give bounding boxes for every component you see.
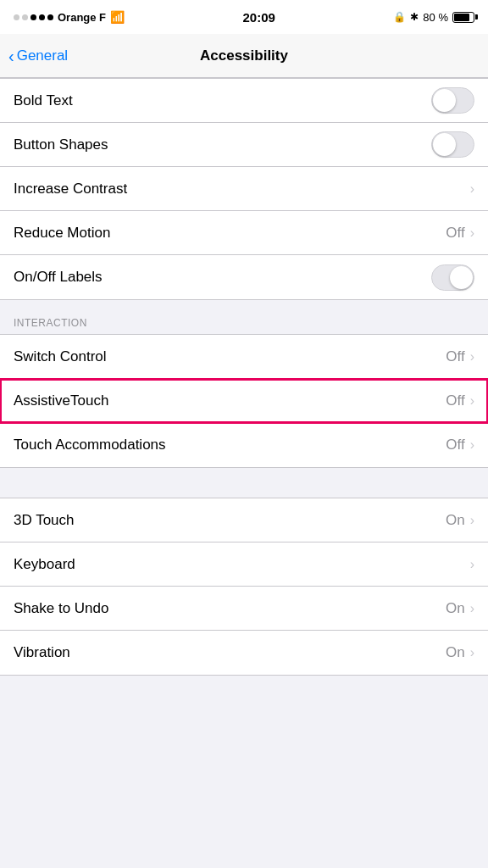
signal-dot-2 — [22, 14, 28, 20]
onoff-labels-right — [431, 264, 474, 291]
switch-control-item[interactable]: Switch Control Off › — [0, 335, 488, 379]
divider-section — [0, 468, 488, 498]
battery-percent: 80 % — [423, 11, 448, 24]
switch-control-label: Switch Control — [14, 348, 107, 365]
signal-dot-3 — [30, 14, 36, 20]
status-right: 🔒 ✱ 80 % — [393, 11, 474, 24]
keyboard-right: › — [470, 557, 474, 572]
carrier-label: Orange F — [58, 11, 106, 24]
battery-icon — [452, 12, 474, 23]
vibration-label: Vibration — [14, 644, 70, 661]
other-section: 3D Touch On › Keyboard › Shake to Undo O… — [0, 498, 488, 676]
reduce-motion-chevron: › — [470, 225, 474, 241]
assistivetouch-item[interactable]: AssistiveTouch Off › — [0, 379, 488, 423]
signal-dot-4 — [39, 14, 45, 20]
increase-contrast-right: › — [470, 181, 474, 197]
status-left: Orange F 📶 — [14, 10, 125, 24]
assistivetouch-value: Off — [446, 392, 464, 409]
lock-icon: 🔒 — [393, 11, 406, 23]
onoff-labels-toggle-knob — [450, 266, 473, 289]
increase-contrast-chevron: › — [470, 181, 474, 197]
keyboard-chevron: › — [470, 557, 474, 572]
3d-touch-item[interactable]: 3D Touch On › — [0, 498, 488, 542]
vibration-value: On — [446, 644, 465, 661]
touch-accommodations-right: Off › — [446, 437, 474, 453]
bold-text-toggle-knob — [433, 89, 456, 112]
wifi-icon: 📶 — [110, 10, 125, 24]
signal-dot-5 — [47, 14, 53, 20]
vibration-item[interactable]: Vibration On › — [0, 631, 488, 675]
back-label: General — [17, 47, 68, 64]
bold-text-item[interactable]: Bold Text — [0, 79, 488, 123]
battery-fill — [454, 14, 469, 21]
increase-contrast-item[interactable]: Increase Contrast › — [0, 167, 488, 211]
shake-to-undo-chevron: › — [470, 601, 474, 616]
reduce-motion-value: Off — [446, 225, 464, 242]
vibration-chevron: › — [470, 645, 474, 660]
bold-text-label: Bold Text — [14, 92, 73, 109]
switch-control-right: Off › — [446, 348, 474, 365]
onoff-labels-label: On/Off Labels — [14, 269, 103, 286]
keyboard-label: Keyboard — [14, 556, 75, 573]
onoff-labels-toggle[interactable] — [431, 264, 474, 291]
reduce-motion-item[interactable]: Reduce Motion Off › — [0, 211, 488, 255]
keyboard-item[interactable]: Keyboard › — [0, 542, 488, 587]
3d-touch-value: On — [446, 512, 465, 529]
switch-control-value: Off — [446, 348, 464, 365]
vision-list: Bold Text Button Shapes Increase Contras… — [0, 78, 488, 300]
bold-text-toggle[interactable] — [431, 87, 474, 114]
status-bar: Orange F 📶 20:09 🔒 ✱ 80 % — [0, 0, 488, 34]
vision-section: Bold Text Button Shapes Increase Contras… — [0, 78, 488, 300]
assistivetouch-label: AssistiveTouch — [14, 392, 108, 409]
assistivetouch-chevron: › — [470, 393, 474, 409]
nav-header: ‹ General Accessibility — [0, 34, 488, 78]
touch-accommodations-label: Touch Accommodations — [14, 437, 166, 453]
back-button[interactable]: ‹ General — [8, 47, 68, 64]
signal-dots — [14, 14, 53, 20]
button-shapes-toggle-knob — [433, 133, 456, 156]
shake-to-undo-value: On — [446, 600, 465, 617]
signal-dot-1 — [14, 14, 19, 20]
3d-touch-right: On › — [446, 512, 474, 529]
bold-text-right — [431, 87, 474, 114]
reduce-motion-right: Off › — [446, 225, 474, 242]
assistivetouch-right: Off › — [446, 392, 474, 409]
interaction-list: Switch Control Off › AssistiveTouch Off … — [0, 334, 488, 468]
reduce-motion-label: Reduce Motion — [14, 225, 110, 242]
button-shapes-right — [431, 131, 474, 158]
button-shapes-toggle[interactable] — [431, 131, 474, 158]
status-time: 20:09 — [243, 10, 275, 25]
3d-touch-label: 3D Touch — [14, 512, 75, 529]
back-chevron-icon: ‹ — [8, 47, 14, 64]
shake-to-undo-label: Shake to Undo — [14, 600, 108, 617]
touch-accommodations-value: Off — [446, 437, 464, 453]
button-shapes-label: Button Shapes — [14, 136, 108, 153]
3d-touch-chevron: › — [470, 513, 474, 528]
switch-control-chevron: › — [470, 349, 474, 364]
vibration-right: On › — [446, 644, 474, 661]
bluetooth-icon: ✱ — [410, 11, 419, 23]
increase-contrast-label: Increase Contrast — [14, 181, 127, 198]
page-title: Accessibility — [200, 47, 288, 64]
settings-content: Bold Text Button Shapes Increase Contras… — [0, 78, 488, 676]
touch-accommodations-chevron: › — [470, 437, 474, 453]
interaction-section: INTERACTION Switch Control Off › Assisti… — [0, 300, 488, 468]
interaction-header: INTERACTION — [0, 300, 488, 334]
shake-to-undo-right: On › — [446, 600, 474, 617]
touch-accommodations-item[interactable]: Touch Accommodations Off › — [0, 423, 488, 467]
button-shapes-item[interactable]: Button Shapes — [0, 123, 488, 167]
onoff-labels-item[interactable]: On/Off Labels — [0, 255, 488, 299]
other-list: 3D Touch On › Keyboard › Shake to Undo O… — [0, 498, 488, 676]
shake-to-undo-item[interactable]: Shake to Undo On › — [0, 587, 488, 631]
